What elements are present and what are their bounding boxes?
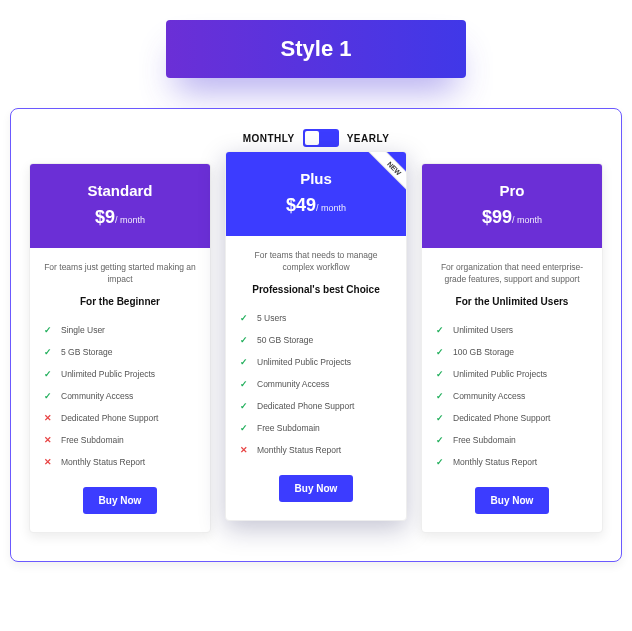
- price-period: / month: [115, 215, 145, 225]
- style-badge: Style 1: [166, 20, 466, 78]
- buy-now-button[interactable]: Buy Now: [279, 475, 354, 502]
- feature-text: Free Subdomain: [257, 423, 320, 433]
- plan-subtitle: For the Unlimited Users: [436, 296, 588, 307]
- feature-text: Free Subdomain: [453, 435, 516, 445]
- check-icon: ✓: [44, 391, 54, 401]
- billing-toggle-row: MONTHLY YEARLY: [29, 129, 603, 147]
- feature-text: 50 GB Storage: [257, 335, 313, 345]
- plan-header: Pro $99/ month: [422, 164, 602, 248]
- feature-item: ✓Community Access: [44, 385, 196, 407]
- buy-now-button[interactable]: Buy Now: [83, 487, 158, 514]
- plan-subtitle: Professional's best Choice: [240, 284, 392, 295]
- cross-icon: ✕: [44, 413, 54, 423]
- feature-item: ✓Free Subdomain: [240, 417, 392, 439]
- check-icon: ✓: [44, 369, 54, 379]
- feature-item: ✕Free Subdomain: [44, 429, 196, 451]
- check-icon: ✓: [436, 369, 446, 379]
- feature-item: ✓5 Users: [240, 307, 392, 329]
- feature-text: Monthly Status Report: [453, 457, 537, 467]
- cross-icon: ✕: [44, 435, 54, 445]
- feature-item: ✓Single User: [44, 319, 196, 341]
- feature-item: ✓100 GB Storage: [436, 341, 588, 363]
- feature-item: ✓Free Subdomain: [436, 429, 588, 451]
- plan-price: $99/ month: [430, 207, 594, 228]
- feature-item: ✓Dedicated Phone Support: [436, 407, 588, 429]
- plan-description: For teams that needs to manage complex w…: [240, 250, 392, 274]
- feature-text: 5 GB Storage: [61, 347, 113, 357]
- cross-icon: ✕: [240, 445, 250, 455]
- feature-text: Unlimited Public Projects: [61, 369, 155, 379]
- feature-item: ✕Monthly Status Report: [44, 451, 196, 473]
- plan-header: Plus $49/ month: [226, 152, 406, 236]
- feature-text: Dedicated Phone Support: [61, 413, 158, 423]
- check-icon: ✓: [240, 335, 250, 345]
- feature-text: Free Subdomain: [61, 435, 124, 445]
- feature-item: ✓Unlimited Public Projects: [44, 363, 196, 385]
- feature-item: ✓50 GB Storage: [240, 329, 392, 351]
- feature-text: Unlimited Users: [453, 325, 513, 335]
- plan-price: $49/ month: [234, 195, 398, 216]
- check-icon: ✓: [436, 347, 446, 357]
- check-icon: ✓: [44, 347, 54, 357]
- plan-name: Plus: [234, 170, 398, 187]
- feature-text: 5 Users: [257, 313, 286, 323]
- plan-price: $9/ month: [38, 207, 202, 228]
- check-icon: ✓: [240, 313, 250, 323]
- plan-header: Standard $9/ month: [30, 164, 210, 248]
- pricing-cards: Standard $9/ month For teams just gettin…: [29, 163, 603, 533]
- billing-toggle[interactable]: [303, 129, 339, 147]
- feature-list: ✓Single User ✓5 GB Storage ✓Unlimited Pu…: [44, 319, 196, 473]
- feature-text: Dedicated Phone Support: [257, 401, 354, 411]
- plan-card-plus: NEW Plus $49/ month For teams that needs…: [225, 151, 407, 521]
- feature-item: ✓Monthly Status Report: [436, 451, 588, 473]
- buy-now-button[interactable]: Buy Now: [475, 487, 550, 514]
- feature-item: ✓Unlimited Public Projects: [436, 363, 588, 385]
- feature-item: ✓5 GB Storage: [44, 341, 196, 363]
- feature-list: ✓5 Users ✓50 GB Storage ✓Unlimited Publi…: [240, 307, 392, 461]
- feature-item: ✓Unlimited Public Projects: [240, 351, 392, 373]
- feature-text: Single User: [61, 325, 105, 335]
- feature-item: ✓Unlimited Users: [436, 319, 588, 341]
- feature-text: Unlimited Public Projects: [257, 357, 351, 367]
- price-period: / month: [512, 215, 542, 225]
- plan-subtitle: For the Beginner: [44, 296, 196, 307]
- check-icon: ✓: [44, 325, 54, 335]
- check-icon: ✓: [436, 457, 446, 467]
- check-icon: ✓: [240, 357, 250, 367]
- plan-card-pro: Pro $99/ month For organization that nee…: [421, 163, 603, 533]
- plan-card-standard: Standard $9/ month For teams just gettin…: [29, 163, 211, 533]
- feature-text: Dedicated Phone Support: [453, 413, 550, 423]
- feature-text: Community Access: [453, 391, 525, 401]
- cta-row: Buy Now: [436, 487, 588, 514]
- feature-text: 100 GB Storage: [453, 347, 514, 357]
- cta-row: Buy Now: [44, 487, 196, 514]
- check-icon: ✓: [436, 435, 446, 445]
- feature-item: ✓Community Access: [436, 385, 588, 407]
- price-amount: $9: [95, 207, 115, 227]
- toggle-label-monthly: MONTHLY: [243, 133, 295, 144]
- pricing-panel: MONTHLY YEARLY Standard $9/ month For te…: [10, 108, 622, 562]
- price-period: / month: [316, 203, 346, 213]
- check-icon: ✓: [240, 379, 250, 389]
- plan-body: For teams that needs to manage complex w…: [226, 236, 406, 520]
- check-icon: ✓: [436, 391, 446, 401]
- toggle-label-yearly: YEARLY: [347, 133, 390, 144]
- plan-description: For organization that need enterprise-gr…: [436, 262, 588, 286]
- feature-item: ✓Community Access: [240, 373, 392, 395]
- check-icon: ✓: [240, 401, 250, 411]
- price-amount: $49: [286, 195, 316, 215]
- feature-text: Monthly Status Report: [257, 445, 341, 455]
- feature-item: ✓Dedicated Phone Support: [240, 395, 392, 417]
- feature-text: Community Access: [61, 391, 133, 401]
- feature-text: Unlimited Public Projects: [453, 369, 547, 379]
- cta-row: Buy Now: [240, 475, 392, 502]
- cross-icon: ✕: [44, 457, 54, 467]
- price-amount: $99: [482, 207, 512, 227]
- check-icon: ✓: [240, 423, 250, 433]
- plan-name: Standard: [38, 182, 202, 199]
- plan-body: For teams just getting started making an…: [30, 248, 210, 532]
- feature-item: ✕Dedicated Phone Support: [44, 407, 196, 429]
- feature-item: ✕Monthly Status Report: [240, 439, 392, 461]
- plan-body: For organization that need enterprise-gr…: [422, 248, 602, 532]
- feature-text: Community Access: [257, 379, 329, 389]
